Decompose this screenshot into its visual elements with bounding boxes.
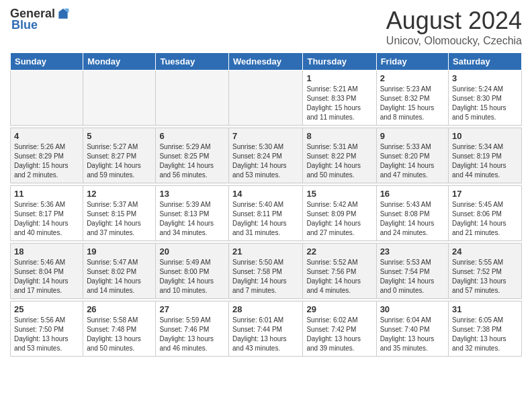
day-info: Sunrise: 6:01 AM Sunset: 7:44 PM Dayligh… bbox=[232, 316, 299, 353]
day-info: Sunrise: 5:33 AM Sunset: 8:20 PM Dayligh… bbox=[380, 142, 445, 180]
day-info: Sunrise: 5:43 AM Sunset: 8:08 PM Dayligh… bbox=[380, 200, 445, 238]
day-info: Sunrise: 5:58 AM Sunset: 7:48 PM Dayligh… bbox=[87, 316, 152, 353]
day-number: 7 bbox=[232, 131, 299, 141]
calendar-cell: 3Sunrise: 5:24 AM Sunset: 8:30 PM Daylig… bbox=[449, 71, 522, 126]
day-info: Sunrise: 6:05 AM Sunset: 7:38 PM Dayligh… bbox=[452, 316, 518, 353]
calendar-cell: 18Sunrise: 5:46 AM Sunset: 8:04 PM Dayli… bbox=[11, 244, 83, 299]
calendar-cell: 16Sunrise: 5:43 AM Sunset: 8:08 PM Dayli… bbox=[376, 186, 448, 241]
day-number: 27 bbox=[159, 304, 225, 314]
day-info: Sunrise: 5:24 AM Sunset: 8:30 PM Dayligh… bbox=[452, 85, 518, 122]
day-number: 15 bbox=[306, 189, 372, 199]
day-number: 20 bbox=[159, 246, 225, 257]
calendar-cell: 13Sunrise: 5:39 AM Sunset: 8:13 PM Dayli… bbox=[156, 186, 229, 241]
calendar-cell: 21Sunrise: 5:50 AM Sunset: 7:58 PM Dayli… bbox=[229, 244, 303, 299]
day-number: 24 bbox=[452, 246, 518, 257]
calendar-cell: 11Sunrise: 5:36 AM Sunset: 8:17 PM Dayli… bbox=[11, 186, 83, 241]
day-info: Sunrise: 5:45 AM Sunset: 8:06 PM Dayligh… bbox=[452, 200, 518, 238]
day-info: Sunrise: 5:49 AM Sunset: 8:00 PM Dayligh… bbox=[159, 258, 225, 295]
day-info: Sunrise: 5:42 AM Sunset: 8:09 PM Dayligh… bbox=[306, 200, 372, 238]
day-info: Sunrise: 5:29 AM Sunset: 8:25 PM Dayligh… bbox=[159, 142, 225, 180]
day-number: 29 bbox=[306, 304, 372, 314]
day-info: Sunrise: 5:36 AM Sunset: 8:17 PM Dayligh… bbox=[14, 200, 79, 238]
day-number: 4 bbox=[14, 131, 79, 141]
day-number: 11 bbox=[14, 189, 79, 199]
day-info: Sunrise: 5:31 AM Sunset: 8:22 PM Dayligh… bbox=[306, 142, 372, 180]
calendar-cell: 26Sunrise: 5:58 AM Sunset: 7:48 PM Dayli… bbox=[83, 302, 156, 357]
week-row-5: 25Sunrise: 5:56 AM Sunset: 7:50 PM Dayli… bbox=[11, 302, 522, 357]
day-number: 22 bbox=[306, 246, 372, 257]
calendar-cell: 15Sunrise: 5:42 AM Sunset: 8:09 PM Dayli… bbox=[303, 186, 376, 241]
day-number: 28 bbox=[232, 304, 299, 314]
col-thursday: Thursday bbox=[303, 53, 376, 71]
day-info: Sunrise: 5:40 AM Sunset: 8:11 PM Dayligh… bbox=[232, 200, 299, 238]
day-info: Sunrise: 5:21 AM Sunset: 8:33 PM Dayligh… bbox=[306, 85, 372, 122]
day-number: 16 bbox=[380, 189, 445, 199]
day-info: Sunrise: 5:47 AM Sunset: 8:02 PM Dayligh… bbox=[87, 258, 152, 295]
logo-blue: Blue bbox=[11, 18, 70, 32]
col-tuesday: Tuesday bbox=[156, 53, 229, 71]
day-info: Sunrise: 5:55 AM Sunset: 7:52 PM Dayligh… bbox=[452, 258, 518, 295]
day-number: 31 bbox=[452, 304, 518, 314]
calendar-cell: 2Sunrise: 5:23 AM Sunset: 8:32 PM Daylig… bbox=[376, 71, 448, 126]
calendar-cell: 14Sunrise: 5:40 AM Sunset: 8:11 PM Dayli… bbox=[229, 186, 303, 241]
day-number: 12 bbox=[87, 189, 152, 199]
day-info: Sunrise: 5:30 AM Sunset: 8:24 PM Dayligh… bbox=[232, 142, 299, 180]
day-number: 25 bbox=[14, 304, 79, 314]
calendar-cell: 28Sunrise: 6:01 AM Sunset: 7:44 PM Dayli… bbox=[229, 302, 303, 357]
calendar-cell: 6Sunrise: 5:29 AM Sunset: 8:25 PM Daylig… bbox=[156, 128, 229, 183]
week-row-4: 18Sunrise: 5:46 AM Sunset: 8:04 PM Dayli… bbox=[11, 244, 522, 299]
calendar-cell: 27Sunrise: 5:59 AM Sunset: 7:46 PM Dayli… bbox=[156, 302, 229, 357]
day-number: 14 bbox=[232, 189, 299, 199]
week-row-2: 4Sunrise: 5:26 AM Sunset: 8:29 PM Daylig… bbox=[11, 128, 522, 183]
calendar-cell: 25Sunrise: 5:56 AM Sunset: 7:50 PM Dayli… bbox=[11, 302, 83, 357]
day-info: Sunrise: 5:27 AM Sunset: 8:27 PM Dayligh… bbox=[87, 142, 152, 180]
day-number: 19 bbox=[87, 246, 152, 257]
calendar-cell bbox=[83, 71, 156, 126]
day-info: Sunrise: 5:46 AM Sunset: 8:04 PM Dayligh… bbox=[14, 258, 79, 295]
calendar-cell: 5Sunrise: 5:27 AM Sunset: 8:27 PM Daylig… bbox=[83, 128, 156, 183]
day-number: 23 bbox=[380, 246, 445, 257]
calendar-cell: 20Sunrise: 5:49 AM Sunset: 8:00 PM Dayli… bbox=[156, 244, 229, 299]
calendar: Sunday Monday Tuesday Wednesday Thursday… bbox=[10, 52, 522, 357]
day-number: 8 bbox=[306, 131, 372, 141]
day-info: Sunrise: 5:50 AM Sunset: 7:58 PM Dayligh… bbox=[232, 258, 299, 295]
col-friday: Friday bbox=[376, 53, 448, 71]
col-monday: Monday bbox=[83, 53, 156, 71]
calendar-cell bbox=[11, 71, 83, 126]
day-info: Sunrise: 5:52 AM Sunset: 7:56 PM Dayligh… bbox=[306, 258, 372, 295]
day-number: 5 bbox=[87, 131, 152, 141]
day-info: Sunrise: 6:02 AM Sunset: 7:42 PM Dayligh… bbox=[306, 316, 372, 353]
day-info: Sunrise: 5:59 AM Sunset: 7:46 PM Dayligh… bbox=[159, 316, 225, 353]
col-saturday: Saturday bbox=[449, 53, 522, 71]
calendar-cell: 23Sunrise: 5:53 AM Sunset: 7:54 PM Dayli… bbox=[376, 244, 448, 299]
day-number: 18 bbox=[14, 246, 79, 257]
day-number: 6 bbox=[159, 131, 225, 141]
calendar-cell bbox=[229, 71, 303, 126]
day-info: Sunrise: 5:34 AM Sunset: 8:19 PM Dayligh… bbox=[452, 142, 518, 180]
title-block: August 2024 Unicov, Olomoucky, Czechia bbox=[386, 7, 522, 47]
page: General Blue August 2024 Unicov, Olomouc… bbox=[0, 0, 532, 411]
day-number: 10 bbox=[452, 131, 518, 141]
calendar-cell: 12Sunrise: 5:37 AM Sunset: 8:15 PM Dayli… bbox=[83, 186, 156, 241]
calendar-cell bbox=[156, 71, 229, 126]
month-title: August 2024 bbox=[386, 7, 522, 35]
calendar-cell: 1Sunrise: 5:21 AM Sunset: 8:33 PM Daylig… bbox=[303, 71, 376, 126]
logo: General Blue bbox=[10, 7, 70, 32]
col-wednesday: Wednesday bbox=[229, 53, 303, 71]
day-info: Sunrise: 5:56 AM Sunset: 7:50 PM Dayligh… bbox=[14, 316, 79, 353]
calendar-cell: 30Sunrise: 6:04 AM Sunset: 7:40 PM Dayli… bbox=[376, 302, 448, 357]
day-number: 2 bbox=[380, 73, 445, 83]
day-info: Sunrise: 5:39 AM Sunset: 8:13 PM Dayligh… bbox=[159, 200, 225, 238]
header: General Blue August 2024 Unicov, Olomouc… bbox=[10, 7, 522, 47]
col-sunday: Sunday bbox=[11, 53, 83, 71]
day-number: 26 bbox=[87, 304, 152, 314]
day-number: 9 bbox=[380, 131, 445, 141]
day-info: Sunrise: 6:04 AM Sunset: 7:40 PM Dayligh… bbox=[380, 316, 445, 353]
day-number: 3 bbox=[452, 73, 518, 83]
calendar-cell: 29Sunrise: 6:02 AM Sunset: 7:42 PM Dayli… bbox=[303, 302, 376, 357]
day-info: Sunrise: 5:37 AM Sunset: 8:15 PM Dayligh… bbox=[87, 200, 152, 238]
day-number: 13 bbox=[159, 189, 225, 199]
calendar-cell: 24Sunrise: 5:55 AM Sunset: 7:52 PM Dayli… bbox=[449, 244, 522, 299]
calendar-cell: 4Sunrise: 5:26 AM Sunset: 8:29 PM Daylig… bbox=[11, 128, 83, 183]
day-number: 17 bbox=[452, 189, 518, 199]
